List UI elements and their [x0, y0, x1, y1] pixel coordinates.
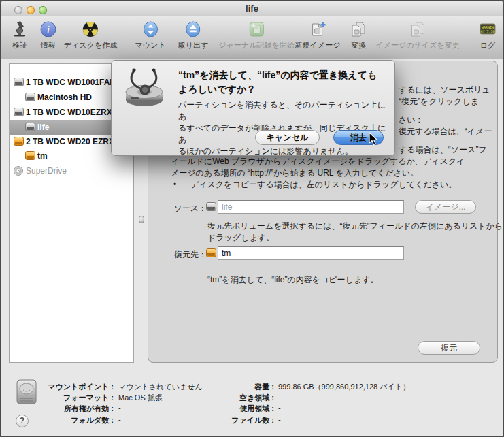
- info-icon: i: [39, 20, 57, 38]
- toolbar-convert-button[interactable]: 変換: [350, 20, 367, 50]
- destination-volume-icon: [206, 248, 216, 257]
- toolbar-log-button[interactable]: WARNIN AY 7:36 ログ: [479, 20, 497, 50]
- restore-instructions-fragment: さい：: [399, 115, 424, 125]
- dialog-body-line: パーティションを消去すると、そのパーティション上にあ: [178, 99, 390, 123]
- info-label: フォルダ数 :: [1, 415, 114, 425]
- toolbar-label: ディスクを作成: [64, 40, 117, 50]
- svg-text:i: i: [47, 24, 50, 35]
- info-value: 999.86 GB（999,860,912,128 バイト）: [278, 382, 410, 392]
- info-label: ファイル数 :: [191, 415, 274, 425]
- volume-info-bar: ? マウントポイント :マウントされていません フォーマット :Mac OS 拡…: [1, 363, 503, 437]
- toolbar-label: 新規イメージ: [295, 40, 341, 50]
- info-value: -: [118, 404, 121, 412]
- toolbar-eject-button[interactable]: 取り出す: [178, 20, 209, 50]
- burn-icon: [82, 20, 99, 38]
- external-disk-icon: [14, 137, 24, 146]
- info-value: -: [278, 404, 281, 412]
- optical-drive-icon: [14, 166, 23, 176]
- dialog-title-line: よろしいですか？: [178, 82, 389, 97]
- mount-icon: [141, 20, 159, 38]
- volume-icon: [25, 93, 35, 101]
- microscope-icon: [11, 20, 29, 38]
- title-bar: life: [1, 1, 503, 16]
- toolbar-label: 情報: [39, 40, 57, 50]
- toolbar-enable-journaling-button[interactable]: ジャーナル記録を開始: [218, 20, 294, 50]
- info-label: 所有権が有効 :: [1, 404, 114, 414]
- restore-instructions-fragment: “復元”をクリックしま: [399, 97, 479, 107]
- source-label: ソース：: [165, 203, 207, 214]
- bullet: •: [173, 180, 176, 190]
- new-image-icon: [309, 20, 326, 38]
- dialog-body: パーティションを消去すると、そのパーティション上にあ るすべてのデータが削除され…: [178, 99, 390, 157]
- info-label: 使用領域 :: [191, 404, 274, 414]
- restore-instructions-fragment: 復元する場合は、“イメー: [399, 127, 492, 137]
- info-label: フォーマット :: [1, 393, 114, 403]
- mouse-cursor: [369, 132, 380, 146]
- hard-disk-icon: [14, 78, 24, 86]
- log-icon: WARNIN AY 7:36: [479, 20, 497, 38]
- window-title: life: [1, 3, 503, 14]
- hard-disk-icon: [14, 108, 24, 116]
- info-label: 空き領域 :: [191, 393, 274, 403]
- info-value: マウントされていません: [118, 382, 203, 392]
- toolbar-label: ジャーナル記録を開始: [218, 40, 294, 50]
- restore-instructions-fragment: する場合は、“ソース”フ: [399, 145, 487, 155]
- restore-instructions-line: メージのある場所の “http://”から始まる URL を入力してください。: [171, 168, 418, 178]
- cancel-button[interactable]: キャンセル: [255, 130, 320, 145]
- toolbar-label: 検証: [11, 40, 29, 50]
- disk-utility-window: life 検証 i 情報: [0, 0, 504, 437]
- convert-icon: [350, 20, 367, 38]
- journal-disk-icon: [248, 20, 265, 38]
- toolbar-new-image-button[interactable]: 新規イメージ: [295, 20, 341, 50]
- toolbar-verify-button[interactable]: 検証: [11, 20, 29, 50]
- image-button[interactable]: イメージ...: [415, 200, 476, 214]
- source-volume-icon: [206, 202, 216, 211]
- volume-icon: [25, 123, 35, 131]
- toolbar-mount-button[interactable]: マウント: [135, 20, 165, 50]
- toolbar-burn-button[interactable]: ディスクを作成: [64, 20, 117, 50]
- dialog-title-line: “tm”を消去して、“life”の内容で置き換えても: [178, 68, 389, 82]
- toolbar: 検証 i 情報 ディスクを作成: [1, 16, 503, 59]
- external-volume-icon: [25, 151, 35, 160]
- destination-label: 復元先：: [165, 249, 207, 261]
- toolbar-label: 変換: [350, 40, 367, 50]
- svg-text:AY 7:36: AY 7:36: [480, 29, 494, 33]
- destination-field[interactable]: tm: [218, 246, 404, 260]
- restore-summary: “tm”を消去して、“life”の内容をコピーします。: [207, 275, 378, 285]
- resize-image-icon: [409, 20, 426, 38]
- destination-help-line: ドラッグします。: [207, 233, 274, 243]
- destination-help-line: 復元先ボリュームを選択するには、“復元先”フィールドの左側にあるリストから: [207, 221, 503, 231]
- dialog-body-line: るほかのパーティションには影響ありません。: [178, 146, 390, 157]
- toolbar-label: ログ: [479, 40, 497, 50]
- list-item-superdrive[interactable]: SuperDrive: [10, 164, 133, 178]
- erase-confirmation-dialog: “tm”を消去して、“life”の内容で置き換えても よろしいですか？ パーティ…: [111, 60, 395, 156]
- info-value: -: [118, 415, 121, 423]
- restore-instructions-fragment: するには、ソースボリュ: [399, 85, 490, 95]
- dialog-title: “tm”を消去して、“life”の内容で置き換えても よろしいですか？: [178, 68, 389, 97]
- source-field[interactable]: life: [218, 200, 404, 214]
- toolbar-label: マウント: [135, 40, 165, 50]
- eject-icon: [184, 20, 202, 38]
- toolbar-label: イメージのサイズを変更: [375, 40, 459, 50]
- info-value: Mac OS 拡張: [118, 393, 163, 403]
- splitter-handle[interactable]: [139, 216, 144, 223]
- disk-utility-icon: [122, 66, 166, 110]
- toolbar-label: 取り出す: [178, 40, 209, 50]
- toolbar-info-button[interactable]: i 情報: [39, 20, 57, 50]
- info-label: 容量 :: [191, 382, 274, 392]
- toolbar-resize-image-button[interactable]: イメージのサイズを変更: [375, 20, 459, 50]
- restore-instructions-line: ディスクをコピーする場合は、左のリストからドラッグしてください。: [190, 180, 456, 190]
- restore-button[interactable]: 復元: [418, 341, 480, 355]
- info-label: マウントポイント :: [1, 382, 114, 392]
- info-value: -: [278, 415, 281, 423]
- restore-instructions-line: ィールドにWeb ブラウザからディスクイメージをドラッグするか、ディスクイ: [171, 157, 465, 167]
- info-value: -: [278, 393, 281, 401]
